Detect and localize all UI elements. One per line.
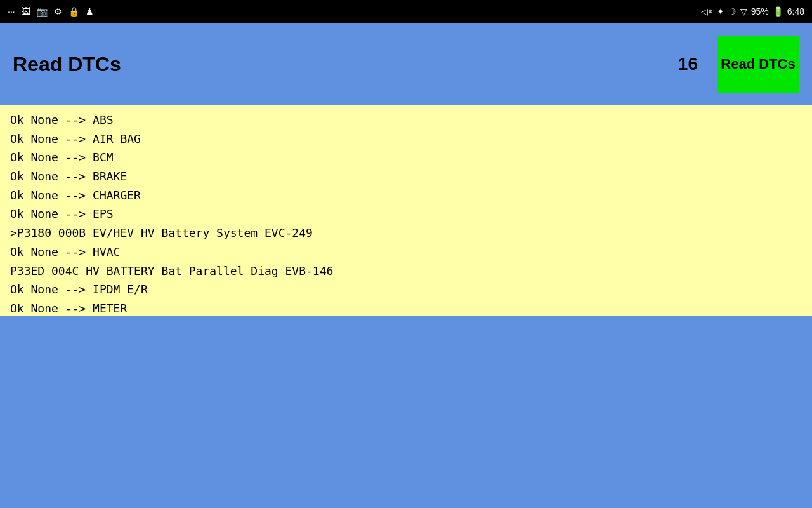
dtc-list-area: Ok None --> ABSOk None --> AIR BAGOk Non… (0, 105, 812, 316)
wifi-icon: ▽ (740, 6, 747, 17)
page-title: Read DTCs (13, 53, 659, 76)
dtc-row-8: P33ED 004C HV BATTERY Bat Parallel Diag … (10, 262, 802, 281)
chess-icon: ♟ (86, 6, 94, 17)
gallery-icon: 🖼 (22, 6, 30, 17)
dtc-row-3: Ok None --> BRAKE (10, 167, 802, 186)
dtc-row-7: Ok None --> HVAC (10, 243, 802, 262)
moon-icon: ☽ (728, 6, 737, 17)
settings-icon: ⚙ (54, 6, 62, 17)
battery-text: 95% (751, 6, 769, 17)
status-bar: ··· 🖼 📷 ⚙ 🔒 ♟ ◁× ✦ ☽ ▽ 95% 🔋 6:48 (0, 0, 812, 23)
status-left-icons: ··· 🖼 📷 ⚙ 🔒 ♟ (8, 6, 94, 17)
time-display: 6:48 (787, 6, 804, 17)
bluetooth-icon: ✦ (717, 6, 724, 17)
dtc-row-2: Ok None --> BCM (10, 148, 802, 167)
signal-icon: ◁× (701, 6, 713, 17)
header-area: Read DTCs 16 Read DTCs (0, 23, 812, 105)
dtc-row-1: Ok None --> AIR BAG (10, 130, 802, 149)
dtc-row-5: Ok None --> EPS (10, 204, 802, 224)
status-right-icons: ◁× ✦ ☽ ▽ 95% 🔋 6:48 (701, 6, 804, 17)
read-dtcs-button[interactable]: Read DTCs (717, 36, 799, 93)
dtc-row-10: Ok None --> METER (10, 299, 802, 316)
blue-filler-area (0, 316, 812, 508)
dtc-row-9: Ok None --> IPDM E/R (10, 280, 802, 299)
count-badge: 16 (678, 54, 698, 74)
status-dots-icon: ··· (8, 6, 15, 17)
photo-icon: 📷 (37, 6, 48, 17)
battery-icon: 🔋 (773, 6, 783, 17)
dtc-row-4: Ok None --> CHARGER (10, 186, 802, 205)
main-content: Ok None --> ABSOk None --> AIR BAGOk Non… (0, 105, 812, 508)
lock-icon: 🔒 (69, 6, 79, 17)
dtc-row-0: Ok None --> ABS (10, 110, 802, 130)
dtc-row-6: >P3180 000B EV/HEV HV Battery System EVC… (10, 224, 802, 243)
